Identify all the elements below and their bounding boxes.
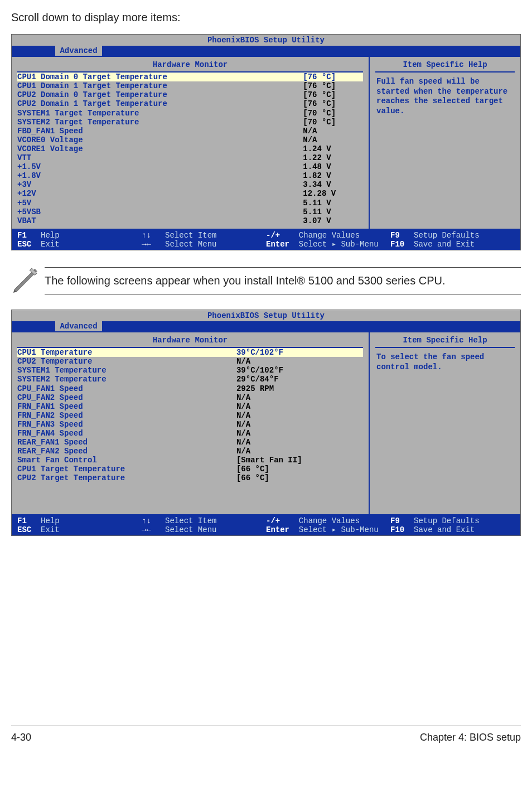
row-value: N/A [236, 447, 363, 456]
key-f1: F1 [17, 231, 27, 240]
label-selectmenu: Select Menu [165, 525, 216, 534]
menubar: Advanced [12, 321, 520, 331]
row-value: 1.48 V [303, 162, 363, 171]
table-row[interactable]: FRN_FAN1 SpeedN/A [17, 402, 363, 411]
footer-bar: F1 Help ESC Exit ↑↓ Select Item →← Selec… [12, 229, 520, 250]
row-label: REAR_FAN2 Speed [17, 447, 225, 456]
table-row[interactable]: CPU2 TemperatureN/A [17, 357, 363, 366]
row-label: CPU2 Temperature [17, 357, 225, 366]
row-value: [66 °C] [236, 465, 363, 474]
table-row[interactable]: SYSTEM2 Target Temperature[70 °C] [17, 118, 363, 127]
left-panel: Hardware Monitor CPU1 Domain 0 Target Te… [12, 57, 370, 229]
table-row[interactable]: VCORE1 Voltage1.24 V [17, 144, 363, 153]
table-row[interactable]: CPU_FAN2 SpeedN/A [17, 393, 363, 402]
row-value: [66 °C] [236, 474, 363, 482]
table-row[interactable]: VTT1.22 V [17, 153, 363, 162]
table-row[interactable]: CPU1 Target Temperature[66 °C] [17, 465, 363, 474]
help-panel: Item Specific Help To select the fan spe… [370, 332, 520, 514]
panel-heading: Hardware Monitor [17, 60, 363, 71]
row-value: N/A [236, 411, 363, 420]
selected-row[interactable]: CPU1 Temperature 39°C/102°F [17, 348, 363, 357]
chapter-title: Chapter 4: BIOS setup [420, 732, 521, 743]
label-selectitem: Select Item [165, 516, 216, 525]
row-value: 1.24 V [303, 144, 363, 153]
row-value: [Smart Fan II] [236, 456, 363, 465]
row-value: 1.22 V [303, 153, 363, 162]
table-row[interactable]: FRN_FAN3 SpeedN/A [17, 420, 363, 429]
table-row[interactable]: +12V12.28 V [17, 189, 363, 198]
row-label: CPU1 Domain 0 Target Temperature [17, 73, 292, 81]
row-label: +3V [17, 180, 292, 189]
bios-title: PhoenixBIOS Setup Utility [12, 310, 520, 321]
key-enter: Enter [266, 525, 289, 534]
row-value: [70 °C] [303, 109, 363, 118]
table-row[interactable]: FBD_FAN1 SpeedN/A [17, 127, 363, 136]
tab-advanced[interactable]: Advanced [55, 46, 101, 56]
key-updown: ↑↓ [142, 516, 151, 525]
table-row[interactable]: CPU1 Domain 1 Target Temperature[76 °C] [17, 81, 363, 90]
table-row[interactable]: +5V5.11 V [17, 199, 363, 207]
table-row[interactable]: CPU2 Domain 1 Target Temperature[76 °C] [17, 99, 363, 108]
table-row[interactable]: +1.8V1.82 V [17, 171, 363, 180]
left-panel: Hardware Monitor CPU1 Temperature 39°C/1… [12, 332, 370, 514]
note-icon [11, 267, 39, 296]
label-submenu: Select ▸ Sub-Menu [299, 525, 379, 534]
table-row[interactable]: SYSTEM1 Target Temperature[70 °C] [17, 109, 363, 118]
row-value: N/A [236, 402, 363, 411]
bios-screenshot-1: PhoenixBIOS Setup Utility Advanced Hardw… [11, 34, 521, 250]
key-f9: F9 [390, 231, 400, 240]
row-value: N/A [236, 357, 363, 366]
row-label: FRN_FAN3 Speed [17, 420, 225, 429]
row-label: CPU_FAN2 Speed [17, 393, 225, 402]
row-label: SYSTEM2 Target Temperature [17, 118, 292, 127]
key-esc: ESC [17, 240, 31, 249]
table-row[interactable]: CPU2 Target Temperature[66 °C] [17, 474, 363, 482]
label-exit: Exit [41, 525, 60, 534]
key-leftright: →← [142, 240, 151, 249]
table-row[interactable]: VBAT3.07 V [17, 216, 363, 225]
row-value: 2925 RPM [236, 384, 363, 393]
label-selectmenu: Select Menu [165, 240, 216, 249]
key-f9: F9 [390, 516, 400, 525]
table-row[interactable]: FRN_FAN2 SpeedN/A [17, 411, 363, 420]
help-title: Item Specific Help [375, 336, 515, 347]
key-f1: F1 [17, 516, 27, 525]
key-updown: ↑↓ [142, 231, 151, 240]
menubar: Advanced [12, 46, 520, 56]
row-label: CPU1 Temperature [17, 348, 225, 357]
table-row[interactable]: REAR_FAN2 SpeedN/A [17, 447, 363, 456]
row-label: FRN_FAN2 Speed [17, 411, 225, 420]
row-label: VCORE0 Voltage [17, 136, 292, 144]
row-value: [70 °C] [303, 118, 363, 127]
label-defaults: Setup Defaults [414, 231, 480, 240]
help-text: To select the fan speed control model. [375, 348, 515, 376]
help-panel: Item Specific Help Full fan speed will b… [370, 57, 520, 229]
row-value: [76 °C] [303, 90, 363, 99]
table-row[interactable]: FRN_FAN4 SpeedN/A [17, 429, 363, 438]
label-defaults: Setup Defaults [414, 516, 480, 525]
label-help: Help [41, 516, 60, 525]
row-label: +1.5V [17, 162, 292, 171]
table-row[interactable]: SYSTEM1 Temperature39°C/102°F [17, 366, 363, 375]
row-value: [76 °C] [303, 81, 363, 90]
table-row[interactable]: +5VSB5.11 V [17, 207, 363, 216]
table-row[interactable]: CPU2 Domain 0 Target Temperature[76 °C] [17, 90, 363, 99]
table-row[interactable]: SYSTEM2 Temperature29°C/84°F [17, 375, 363, 384]
row-label: +5VSB [17, 207, 292, 216]
note-text: The following screens appear when you in… [45, 267, 521, 294]
key-esc: ESC [17, 525, 31, 534]
tab-advanced[interactable]: Advanced [55, 321, 101, 331]
table-row[interactable]: REAR_FAN1 SpeedN/A [17, 438, 363, 447]
table-row[interactable]: Smart Fan Control[Smart Fan II] [17, 456, 363, 465]
table-row[interactable]: VCORE0 VoltageN/A [17, 136, 363, 144]
table-row[interactable]: +3V3.34 V [17, 180, 363, 189]
row-label: CPU2 Target Temperature [17, 474, 225, 482]
table-row[interactable]: CPU_FAN1 Speed2925 RPM [17, 384, 363, 393]
row-label: CPU_FAN1 Speed [17, 384, 225, 393]
row-label: REAR_FAN1 Speed [17, 438, 225, 447]
label-change: Change Values [299, 231, 360, 240]
table-row[interactable]: +1.5V1.48 V [17, 162, 363, 171]
selected-row[interactable]: CPU1 Domain 0 Target Temperature [76 °C] [17, 73, 363, 81]
row-label: +12V [17, 189, 292, 198]
row-label: FRN_FAN4 Speed [17, 429, 225, 438]
